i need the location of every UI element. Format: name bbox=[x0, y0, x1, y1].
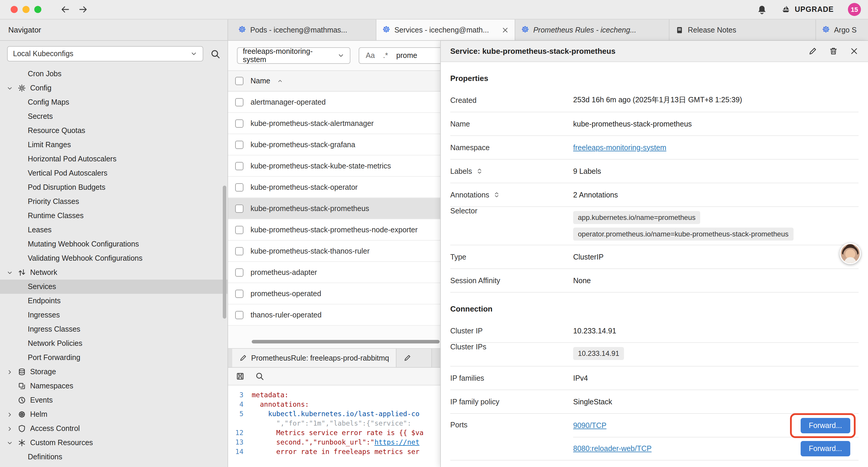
notifications-bell-icon[interactable] bbox=[757, 4, 767, 14]
chevron-down-icon[interactable] bbox=[6, 85, 13, 91]
sidebar-item-custom-resources[interactable]: Custom Resources bbox=[0, 436, 227, 450]
tab-pods-icecheng-mathmas[interactable]: ☸Pods - icecheng@mathmas... bbox=[232, 20, 376, 40]
horizontal-scrollbar[interactable] bbox=[252, 340, 440, 344]
property-value: None bbox=[573, 276, 591, 285]
navigator-title: Navigator bbox=[8, 25, 41, 34]
row-checkbox[interactable] bbox=[235, 183, 243, 191]
sidebar-item-network-policies[interactable]: Network Policies bbox=[0, 337, 227, 351]
sort-toggle-icon[interactable] bbox=[476, 168, 483, 174]
row-checkbox[interactable] bbox=[235, 289, 243, 298]
regex-toggle[interactable]: .* bbox=[383, 52, 388, 60]
code-text: metadata: bbox=[252, 390, 289, 400]
sidebar-item-horizontal-pod-autoscalers[interactable]: Horizontal Pod Autoscalers bbox=[0, 152, 227, 166]
select-all-checkbox[interactable] bbox=[235, 77, 243, 85]
back-icon[interactable] bbox=[60, 5, 70, 14]
save-icon[interactable] bbox=[236, 372, 245, 381]
row-checkbox[interactable] bbox=[235, 226, 243, 234]
sort-toggle-icon[interactable] bbox=[493, 192, 500, 198]
property-label: Namespace bbox=[450, 143, 573, 152]
tab-argo-s[interactable]: ☸Argo S bbox=[816, 20, 868, 40]
dock-tab[interactable] bbox=[397, 349, 432, 367]
sidebar-scrollbar[interactable] bbox=[223, 185, 226, 319]
chevron-right-icon[interactable] bbox=[6, 411, 13, 418]
chevron-down-icon[interactable] bbox=[6, 269, 13, 276]
dock-tab[interactable]: PrometheusRule: freeleaps-prod-rabbitmq bbox=[232, 349, 397, 367]
close-window-button[interactable] bbox=[11, 6, 18, 13]
sidebar-item-pod-disruption-budgets[interactable]: Pod Disruption Budgets bbox=[0, 180, 227, 195]
clock-icon bbox=[18, 396, 26, 404]
history-nav bbox=[60, 5, 88, 14]
namespace-link[interactable]: freeleaps-monitoring-system bbox=[573, 143, 666, 152]
maximize-window-button[interactable] bbox=[34, 6, 41, 13]
close-icon[interactable] bbox=[850, 47, 859, 56]
avatar[interactable] bbox=[840, 243, 861, 264]
sidebar-item-definitions[interactable]: Definitions bbox=[0, 450, 227, 464]
tab-release-notes[interactable]: Release Notes bbox=[670, 20, 816, 40]
sidebar-item-leases[interactable]: Leases bbox=[0, 223, 227, 237]
sidebar-item-priority-classes[interactable]: Priority Classes bbox=[0, 195, 227, 209]
sidebar-item-namespaces[interactable]: Namespaces bbox=[0, 379, 227, 393]
row-checkbox[interactable] bbox=[235, 162, 243, 170]
sidebar-item-label: Limit Ranges bbox=[28, 141, 71, 149]
port-link[interactable]: 8080:reloader-web/TCP bbox=[573, 444, 651, 453]
sidebar-item-ingresses[interactable]: Ingresses bbox=[0, 308, 227, 322]
gear-icon bbox=[18, 84, 26, 92]
kubeconfig-select[interactable]: Local Kubeconfigs bbox=[7, 46, 203, 61]
chevron-right-icon[interactable] bbox=[6, 369, 13, 375]
sidebar-item-mutating-webhook-configurations[interactable]: Mutating Webhook Configurations bbox=[0, 237, 227, 251]
row-checkbox[interactable] bbox=[235, 140, 243, 149]
details-body: PropertiesCreated253d 16h 6m ago (2025年1… bbox=[441, 62, 868, 467]
sidebar-item-services[interactable]: Services bbox=[0, 280, 227, 294]
chevron-down-icon[interactable] bbox=[6, 439, 13, 446]
sidebar-item-label: Horizontal Pod Autoscalers bbox=[28, 155, 116, 163]
sidebar-item-runtime-classes[interactable]: Runtime Classes bbox=[0, 209, 227, 223]
tab-services-icecheng-math[interactable]: ☸Services - icecheng@math... bbox=[376, 20, 515, 40]
sidebar-search-icon[interactable] bbox=[210, 49, 220, 59]
minimize-window-button[interactable] bbox=[23, 6, 30, 13]
forward-button[interactable]: Forward... bbox=[800, 418, 850, 433]
sidebar-item-helm[interactable]: Helm bbox=[0, 407, 227, 421]
sidebar-item-vertical-pod-autoscalers[interactable]: Vertical Pod Autoscalers bbox=[0, 166, 227, 180]
row-checkbox[interactable] bbox=[235, 311, 243, 319]
port-link[interactable]: 9090/TCP bbox=[573, 421, 607, 430]
sidebar-item-secrets[interactable]: Secrets bbox=[0, 109, 227, 123]
tab-close-icon[interactable] bbox=[502, 26, 509, 33]
forward-icon[interactable] bbox=[79, 5, 88, 14]
sidebar-item-label: Storage bbox=[30, 368, 56, 376]
notification-count-badge[interactable]: 15 bbox=[848, 3, 861, 16]
delete-icon[interactable] bbox=[829, 47, 838, 56]
row-checkbox[interactable] bbox=[235, 204, 243, 212]
sidebar-item-limit-ranges[interactable]: Limit Ranges bbox=[0, 138, 227, 152]
sidebar-item-label: Definitions bbox=[28, 453, 62, 461]
sidebar-item-resource-quotas[interactable]: Resource Quotas bbox=[0, 123, 227, 138]
sidebar-item-config-maps[interactable]: Config Maps bbox=[0, 95, 227, 109]
tab-prometheus-rules-icecheng[interactable]: ☸Prometheus Rules - icecheng... bbox=[515, 20, 670, 40]
match-case-toggle[interactable]: Aa bbox=[366, 52, 375, 60]
sidebar-item-cron-jobs[interactable]: Cron Jobs bbox=[0, 67, 227, 81]
sidebar-item-access-control[interactable]: Access Control bbox=[0, 421, 227, 436]
property-row-namespace: Namespacefreeleaps-monitoring-system bbox=[450, 136, 859, 159]
sidebar-item-endpoints[interactable]: Endpoints bbox=[0, 294, 227, 308]
property-row-annotations: Annotations2 Annotations bbox=[450, 183, 859, 207]
sidebar-item-config[interactable]: Config bbox=[0, 81, 227, 95]
sidebar-item-storage[interactable]: Storage bbox=[0, 365, 227, 379]
namespace-filter-select[interactable]: freeleaps-monitoring-system bbox=[237, 47, 350, 64]
chevron-right-icon[interactable] bbox=[6, 425, 13, 432]
row-checkbox[interactable] bbox=[235, 119, 243, 127]
code-text: kubectl.kubernetes.io/last-applied-co bbox=[252, 409, 420, 418]
sidebar-item-label: Port Forwarding bbox=[28, 353, 80, 362]
editor-search-icon[interactable] bbox=[255, 372, 264, 381]
sidebar-item-port-forwarding[interactable]: Port Forwarding bbox=[0, 351, 227, 365]
upgrade-button[interactable]: UPGRADE bbox=[781, 5, 834, 14]
edit-icon[interactable] bbox=[808, 47, 817, 56]
sort-ascending-icon[interactable] bbox=[277, 78, 283, 84]
sidebar-item-ingress-classes[interactable]: Ingress Classes bbox=[0, 322, 227, 337]
row-checkbox[interactable] bbox=[235, 247, 243, 255]
row-checkbox[interactable] bbox=[235, 98, 243, 106]
row-checkbox[interactable] bbox=[235, 268, 243, 276]
sidebar-item-network[interactable]: Network bbox=[0, 265, 227, 280]
forward-button[interactable]: Forward... bbox=[800, 441, 850, 456]
sidebar-item-events[interactable]: Events bbox=[0, 393, 227, 407]
sidebar-item-validating-webhook-configurations[interactable]: Validating Webhook Configurations bbox=[0, 251, 227, 265]
name-column-header[interactable]: Name bbox=[251, 77, 270, 85]
